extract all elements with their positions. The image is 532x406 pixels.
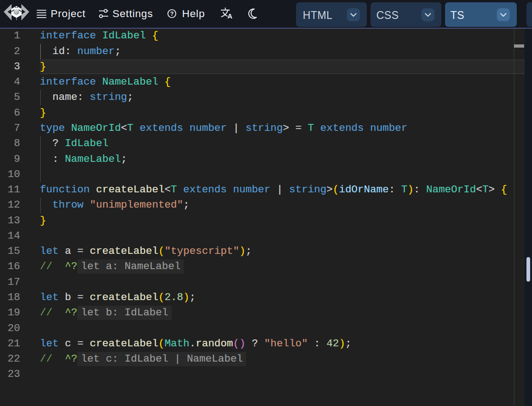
svg-text:A: A xyxy=(228,12,233,20)
svg-text:?: ? xyxy=(170,11,174,17)
